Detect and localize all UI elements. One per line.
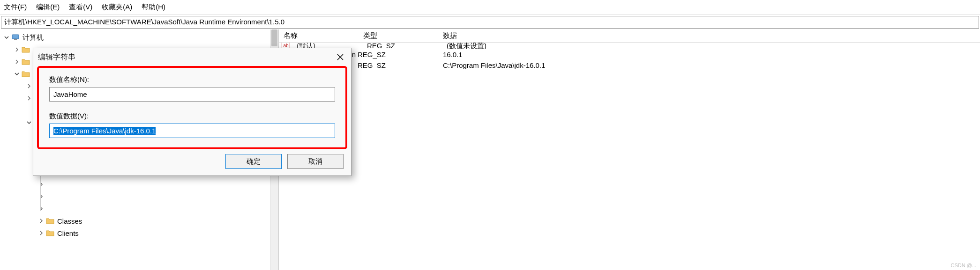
folder-icon (22, 45, 30, 54)
dialog-title: 编辑字符串 (38, 52, 334, 62)
menu-file[interactable]: 文件(F) (1, 2, 30, 13)
cancel-button[interactable]: 取消 (287, 154, 344, 169)
folder-icon (22, 58, 30, 66)
menu-bar: 文件(F) 编辑(E) 查看(V) 收藏夹(A) 帮助(H) (0, 0, 980, 15)
close-button[interactable] (334, 51, 346, 63)
tree-item-label: Classes (57, 217, 82, 225)
chevron-right-icon (37, 193, 45, 200)
menu-help[interactable]: 帮助(H) (139, 2, 168, 13)
chevron-right-icon (37, 217, 45, 225)
table-row[interactable]: ab (默认) REG_SZ (数值未设置) (279, 43, 980, 49)
value-data-input[interactable]: C:\Program Files\Java\jdk-16.0.1 (49, 124, 335, 138)
address-bar[interactable]: 计算机\HKEY_LOCAL_MACHINE\SOFTWARE\JavaSoft… (1, 16, 979, 29)
dialog-body-highlight: 数值名称(N): 数值数据(V): C:\Program Files\Java\… (37, 66, 347, 149)
tree-item-hidden3[interactable] (0, 190, 278, 203)
close-icon (337, 54, 344, 60)
menu-view[interactable]: 查看(V) (66, 2, 95, 13)
edit-string-dialog: 编辑字符串 数值名称(N): 数值数据(V): C:\Program Files… (33, 48, 352, 176)
watermark: CSDN @... (950, 263, 976, 268)
svg-rect-1 (14, 39, 17, 40)
chevron-right-icon (37, 181, 45, 188)
value-data-selected-text: C:\Program Files\Java\jdk-16.0.1 (53, 127, 156, 135)
chevron-right-icon (37, 205, 45, 212)
chevron-down-icon (3, 34, 10, 41)
folder-icon (46, 217, 54, 225)
chevron-right-icon (37, 229, 45, 237)
value-name-label: 数值名称(N): (49, 75, 335, 84)
table-row[interactable]: n REG_SZ 16.0.1 (279, 49, 980, 60)
row-data: (数值未设置) (447, 43, 980, 49)
value-list-pane: 名称 类型 数据 ab (默认) REG_SZ (数值未设置) n REG_SZ… (279, 29, 980, 270)
scrollbar-thumb[interactable] (271, 29, 277, 46)
dialog-button-row: 确定 取消 (33, 149, 351, 175)
tree-item-label: Clients (57, 229, 79, 237)
chevron-right-icon (25, 107, 33, 114)
chevron-down-icon (13, 70, 21, 78)
dialog-titlebar[interactable]: 编辑字符串 (33, 48, 351, 66)
ok-button[interactable]: 确定 (225, 154, 282, 169)
chevron-right-icon (25, 95, 33, 102)
column-name[interactable]: 名称 (279, 31, 363, 40)
table-row[interactable]: REG_SZ C:\Program Files\Java\jdk-16.0.1 (279, 60, 980, 71)
row-data: C:\Program Files\Java\jdk-16.0.1 (443, 61, 980, 69)
column-data[interactable]: 数据 (443, 31, 980, 40)
tree-item-computer[interactable]: 计算机 (0, 31, 278, 44)
menu-edit[interactable]: 编辑(E) (33, 2, 62, 13)
chevron-right-icon (25, 82, 33, 90)
menu-favorites[interactable]: 收藏夹(A) (99, 2, 135, 13)
folder-icon (22, 70, 30, 78)
folder-icon (46, 229, 54, 237)
list-header: 名称 类型 数据 (279, 29, 980, 43)
row-data: 16.0.1 (443, 51, 980, 58)
column-type[interactable]: 类型 (363, 31, 443, 40)
chevron-down-icon (25, 119, 33, 126)
tree-item-hidden2[interactable] (0, 178, 278, 190)
computer-icon (11, 33, 20, 42)
value-name-input[interactable] (49, 87, 335, 102)
row-type: REG_SZ (358, 61, 443, 69)
row-type: REG_SZ (358, 51, 443, 58)
value-data-label: 数值数据(V): (49, 112, 335, 121)
svg-rect-0 (12, 35, 19, 39)
tree-item-clients[interactable]: Clients (0, 227, 278, 239)
tree-item-classes[interactable]: Classes (0, 215, 278, 227)
tree-item-hidden4[interactable] (0, 203, 278, 215)
row-type: REG_SZ (367, 43, 447, 49)
tree-item-label: 计算机 (22, 33, 44, 42)
chevron-right-icon (13, 46, 21, 53)
chevron-right-icon (13, 58, 21, 66)
